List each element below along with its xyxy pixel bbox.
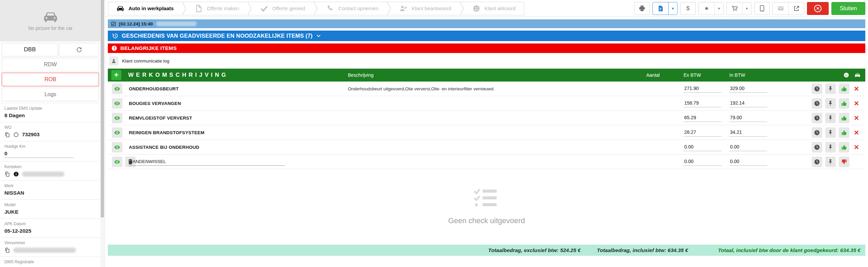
sidebar-scrollbar[interactable]: [100, 0, 104, 267]
sidebar-field: WO 732903: [0, 122, 101, 141]
work-table-header: + WERKOMSCHRIJVING Beschrijving Aantal E…: [108, 69, 865, 82]
redacted-value: [13, 248, 76, 253]
row-name-input[interactable]: BANDENWISSEL: [129, 158, 285, 166]
star-caret-icon[interactable]: ▾: [714, 2, 723, 15]
delete-row-icon[interactable]: ✕: [852, 98, 861, 109]
copy-icon[interactable]: [4, 171, 10, 177]
add-row-icon[interactable]: +: [111, 70, 121, 80]
rdw-button[interactable]: RDW: [2, 58, 99, 71]
total-amount: Totaalbedrag, exclusief btw: 524.25 €: [488, 247, 581, 253]
column-aantal: Aantal: [646, 72, 684, 78]
checkbox-icon[interactable]: [111, 21, 116, 26]
thumbs-down-icon[interactable]: [839, 157, 849, 167]
eye-icon[interactable]: [112, 84, 122, 94]
appointment-time: [02.12.24] 15:40: [119, 21, 153, 26]
delete-row-icon[interactable]: ✕: [852, 142, 861, 153]
workflow-step-6[interactable]: Klant akkoord: [464, 2, 524, 15]
star-icon[interactable]: ★: [699, 2, 714, 15]
delete-row-icon[interactable]: ✕: [852, 127, 861, 138]
ex-btw-input[interactable]: 28.27: [684, 129, 722, 137]
sluiten-button[interactable]: Sluiten: [831, 2, 865, 15]
redacted-value: [22, 172, 64, 177]
step-separator: [182, 2, 186, 15]
workflow-step-3[interactable]: Offerte gereed: [252, 2, 313, 15]
work-table: + WERKOMSCHRIJVING Beschrijving Aantal E…: [108, 69, 865, 169]
thumbs-up-icon[interactable]: [839, 113, 849, 123]
field-label: Vinnummer: [4, 241, 96, 245]
in-btw-input[interactable]: 34.21: [729, 129, 767, 137]
workflow-step-5[interactable]: Klant beantwoord: [391, 2, 459, 15]
copy-icon[interactable]: [4, 132, 10, 138]
delete-row-icon[interactable]: ✕: [852, 113, 861, 123]
pin-icon[interactable]: [825, 113, 836, 123]
logs-button[interactable]: Logs: [2, 88, 99, 101]
pin-icon[interactable]: [825, 84, 836, 94]
cancel-order-button[interactable]: ✕: [807, 2, 829, 15]
external-link-icon[interactable]: [788, 2, 804, 15]
clock-icon[interactable]: [812, 113, 822, 123]
work-row: BANDENWISSEL 0.00 0.00 ✕: [108, 155, 865, 169]
phone-icon: [326, 4, 334, 13]
clock-icon[interactable]: [812, 127, 822, 138]
history-banner[interactable]: GESCHIEDENIS VAN GEADVISEERDE EN NOODZAK…: [108, 31, 865, 41]
eye-icon[interactable]: [112, 98, 122, 109]
smiley-icon[interactable]: [843, 72, 849, 78]
dollar-icon[interactable]: $: [680, 2, 696, 15]
copy-icon[interactable]: [4, 247, 10, 253]
ex-btw-input[interactable]: 0.00: [684, 143, 722, 151]
exclamation-icon: [111, 45, 117, 51]
workflow-step-1[interactable]: Auto in werkplaats: [108, 2, 182, 15]
row-name: BOUGIES VERVANGEN: [129, 101, 181, 106]
info-icon[interactable]: [13, 171, 19, 177]
pin-icon[interactable]: [825, 157, 836, 167]
sidebar-field: Model JUKE: [0, 199, 101, 218]
dbb-button[interactable]: DBB: [2, 43, 58, 56]
cart-icon[interactable]: [727, 2, 742, 15]
delete-row-icon[interactable]: ✕: [852, 84, 861, 94]
workflow-step-2[interactable]: Offerte maken: [186, 2, 247, 15]
thumbs-up-icon[interactable]: [839, 98, 849, 109]
car-icon[interactable]: [854, 72, 861, 78]
klant-communicatie-log[interactable]: Klant communicatie log: [108, 55, 865, 66]
printer-icon[interactable]: [634, 2, 650, 15]
clock-icon[interactable]: [812, 142, 822, 153]
pin-icon[interactable]: [825, 142, 836, 153]
document-caret-icon[interactable]: ▾: [668, 2, 677, 15]
in-btw-input[interactable]: 0.00: [729, 158, 767, 166]
thumbs-up-icon[interactable]: [839, 84, 849, 94]
check-icon: [260, 4, 268, 13]
document-icon[interactable]: [653, 2, 668, 15]
thumbs-up-icon[interactable]: [839, 142, 849, 153]
huidige-km-input[interactable]: 0: [4, 150, 74, 158]
ex-btw-input[interactable]: 271.90: [684, 85, 722, 93]
cart-caret-icon[interactable]: ▾: [742, 2, 751, 15]
pin-icon[interactable]: [825, 98, 836, 109]
thumbs-up-icon[interactable]: [839, 127, 849, 138]
in-btw-input[interactable]: 192.14: [729, 100, 767, 107]
eye-icon[interactable]: [112, 142, 122, 153]
clock-icon[interactable]: [812, 84, 822, 94]
history-title: GESCHIEDENIS VAN GEADVISEERDE EN NOODZAK…: [122, 33, 313, 39]
in-btw-input[interactable]: 329.00: [729, 85, 767, 93]
ex-btw-input[interactable]: 158.79: [684, 100, 722, 107]
redacted-text: [156, 21, 197, 26]
eye-icon[interactable]: [112, 157, 122, 167]
ex-btw-input[interactable]: 65.29: [684, 114, 722, 122]
appointment-bar[interactable]: [02.12.24] 15:40: [108, 19, 865, 28]
eye-icon[interactable]: [112, 127, 122, 138]
envelope-icon[interactable]: [773, 2, 788, 15]
field-value: NISSAN: [4, 190, 96, 196]
rob-button[interactable]: ROB: [2, 73, 99, 86]
app-window: No picture for the car DBB RDW ROB Logs …: [0, 0, 868, 267]
clock-icon[interactable]: [812, 157, 822, 167]
ex-btw-input[interactable]: 0.00: [684, 158, 722, 166]
workflow-step-4[interactable]: Contact opnemen: [318, 2, 387, 15]
refresh-icon[interactable]: [59, 43, 99, 56]
clock-icon[interactable]: [812, 98, 822, 109]
pin-icon[interactable]: [825, 127, 836, 138]
scrollbar-thumb[interactable]: [101, 0, 104, 217]
tablet-icon[interactable]: [754, 2, 770, 15]
in-btw-input[interactable]: 0.00: [729, 143, 767, 151]
in-btw-input[interactable]: 79.00: [729, 114, 767, 122]
eye-icon[interactable]: [112, 113, 122, 123]
